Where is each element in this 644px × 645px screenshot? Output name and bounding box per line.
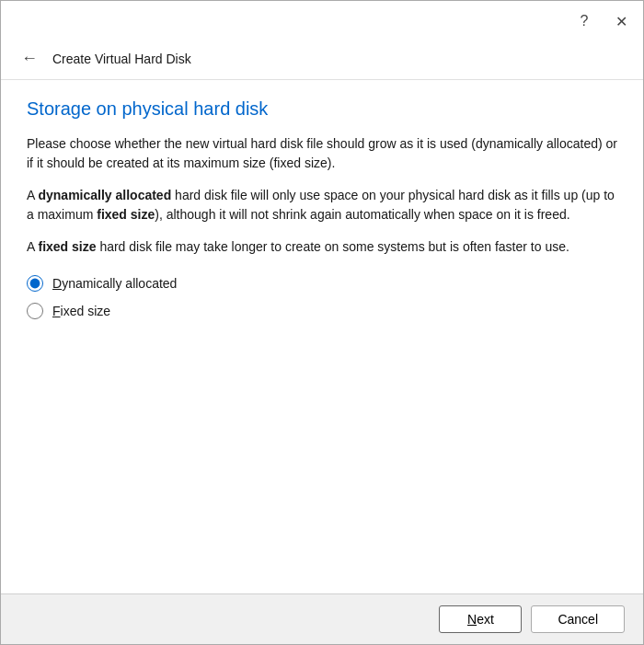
next-button[interactable]: Next xyxy=(439,605,522,633)
description-para1: Please choose whether the new virtual ha… xyxy=(27,134,617,173)
next-underline: N xyxy=(467,612,477,627)
description-para3: A fixed size hard disk file may take lon… xyxy=(27,237,617,257)
title-bar: ? ✕ xyxy=(1,1,643,41)
help-button[interactable]: ? xyxy=(571,8,597,34)
dialog-window: ? ✕ ← Create Virtual Hard Disk Storage o… xyxy=(0,0,644,645)
radio-fixed-label: Fixed size xyxy=(52,304,110,318)
cancel-button[interactable]: Cancel xyxy=(531,605,625,633)
radio-item-fixed[interactable]: Fixed size xyxy=(27,303,617,319)
section-heading: Storage on physical hard disk xyxy=(27,98,617,120)
main-content: Storage on physical hard disk Please cho… xyxy=(1,80,643,593)
radio-fixed[interactable] xyxy=(27,303,43,319)
description-para2: A dynamically allocated hard disk file w… xyxy=(27,186,617,225)
footer: Next Cancel xyxy=(1,593,643,644)
next-label-rest: ext xyxy=(477,612,494,627)
back-button[interactable]: ← xyxy=(16,47,43,70)
close-button[interactable]: ✕ xyxy=(608,8,634,34)
radio-dynamic[interactable] xyxy=(27,275,43,292)
radio-dynamic-label: Dynamically allocated xyxy=(52,276,177,291)
header-bar: ← Create Virtual Hard Disk xyxy=(1,41,643,80)
page-title: Create Virtual Hard Disk xyxy=(52,52,191,66)
radio-group: Dynamically allocated Fixed size xyxy=(27,275,617,319)
radio-item-dynamic[interactable]: Dynamically allocated xyxy=(27,275,617,292)
